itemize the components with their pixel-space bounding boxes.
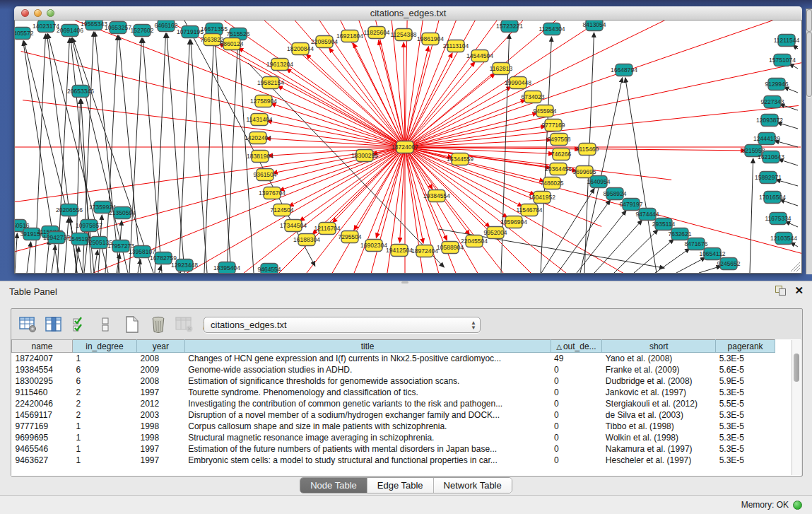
citation-edge[interactable] bbox=[558, 200, 611, 273]
table-cell[interactable]: Corpus callosum shape and size in male p… bbox=[184, 421, 551, 432]
network-node[interactable]: 14023174 bbox=[33, 21, 59, 33]
network-node[interactable]: 16648794 bbox=[611, 64, 637, 76]
table-cell[interactable]: 2 bbox=[72, 409, 136, 421]
network-node[interactable]: 7632621 bbox=[668, 228, 691, 240]
citation-edge[interactable] bbox=[15, 233, 17, 273]
table-cell[interactable]: Estimation of the future numbers of pati… bbox=[184, 443, 551, 455]
citation-edge[interactable] bbox=[286, 69, 405, 147]
network-node[interactable]: 10653257 bbox=[105, 22, 131, 34]
network-node[interactable]: 2935114 bbox=[652, 218, 676, 230]
table-row[interactable]: 911546021997Tourette syndrome. Phenomeno… bbox=[12, 387, 801, 398]
network-node[interactable]: 20691406 bbox=[57, 25, 83, 37]
citation-edge[interactable] bbox=[180, 272, 181, 273]
table-cell[interactable]: 5.3E-5 bbox=[716, 432, 775, 443]
tab-node-table[interactable]: Node Table bbox=[300, 478, 367, 493]
table-cell[interactable]: 0 bbox=[551, 398, 602, 409]
table-cell[interactable]: Changes of HCN gene expression and I(f) … bbox=[184, 353, 551, 365]
table-cell[interactable]: 14569117 bbox=[12, 409, 73, 421]
table-cell[interactable]: 9699695 bbox=[12, 432, 73, 443]
network-node[interactable]: 19861904 bbox=[417, 33, 444, 45]
table-cell[interactable]: 1998 bbox=[136, 421, 184, 432]
network-node[interactable]: 10975857 bbox=[76, 220, 102, 232]
network-node[interactable]: 19565343 bbox=[81, 21, 107, 30]
float-panel-icon[interactable] bbox=[775, 286, 786, 296]
citation-edge[interactable] bbox=[76, 99, 81, 273]
table-cell[interactable]: Hescheler et al. (1997) bbox=[602, 455, 716, 466]
table-cell[interactable]: 9463627 bbox=[12, 455, 73, 466]
table-cell[interactable]: Genome-wide association studies in ADHD. bbox=[184, 364, 551, 375]
citation-edge[interactable] bbox=[750, 158, 753, 273]
table-cell[interactable]: Embryonic stem cells: a model to study s… bbox=[184, 455, 551, 466]
table-cell[interactable]: 1997 bbox=[136, 443, 184, 455]
network-node[interactable]: 20653346 bbox=[67, 86, 94, 98]
window-titlebar[interactable]: citations_edges.txt bbox=[14, 6, 802, 21]
table-cell[interactable]: Estimation of significance thresholds fo… bbox=[184, 375, 551, 387]
network-node[interactable]: 10719195 bbox=[177, 26, 204, 38]
table-cell[interactable]: 6 bbox=[72, 375, 136, 387]
tab-network-table[interactable]: Network Table bbox=[433, 478, 512, 493]
table-row[interactable]: 1830029562008Estimation of significance … bbox=[12, 375, 801, 387]
deselect-all-icon[interactable] bbox=[97, 315, 115, 334]
network-node[interactable]: 12093872 bbox=[756, 115, 783, 127]
network-node[interactable]: 12942737 bbox=[43, 232, 70, 244]
table-cell[interactable]: 1997 bbox=[136, 387, 184, 398]
column-header-short[interactable]: short bbox=[602, 340, 716, 353]
scrollbar-thumb[interactable] bbox=[794, 354, 799, 382]
network-node[interactable]: 1527602 bbox=[130, 25, 153, 37]
network-node[interactable]: 20364456 bbox=[545, 163, 572, 175]
network-node[interactable]: 15723221 bbox=[496, 21, 523, 33]
citation-edge[interactable] bbox=[625, 78, 657, 273]
table-cell[interactable]: 5.3E-5 bbox=[716, 421, 775, 432]
network-node[interactable]: 9777169 bbox=[541, 119, 565, 132]
citation-edge[interactable] bbox=[266, 139, 405, 147]
network-node[interactable]: 16188304 bbox=[293, 234, 320, 246]
network-node[interactable]: 14202404 bbox=[245, 132, 271, 144]
network-node[interactable]: 21113104 bbox=[443, 40, 469, 52]
table-cell[interactable]: 5.3E-5 bbox=[716, 353, 775, 365]
table-scrollbar[interactable] bbox=[792, 340, 801, 475]
column-header-name[interactable]: name bbox=[12, 340, 73, 353]
network-node[interactable]: 12758904 bbox=[250, 95, 277, 107]
table-cell[interactable]: 1997 bbox=[136, 455, 184, 466]
table-cell[interactable]: 2012 bbox=[136, 398, 184, 409]
table-cell[interactable]: 18300295 bbox=[12, 375, 73, 387]
citation-edge[interactable] bbox=[167, 33, 184, 273]
network-node[interactable]: 9245652 bbox=[717, 258, 740, 270]
network-node[interactable]: 11211544 bbox=[774, 35, 800, 47]
table-row[interactable]: 1872400712008Changes of HCN gene express… bbox=[12, 353, 801, 365]
resize-grip-icon[interactable] bbox=[794, 265, 800, 271]
citation-edge[interactable] bbox=[655, 248, 690, 273]
citation-edge[interactable] bbox=[94, 250, 98, 273]
table-cell[interactable]: Franke et al. (2009) bbox=[602, 364, 716, 375]
network-node[interactable]: 7124504 bbox=[270, 204, 293, 216]
table-row[interactable]: 1456911722003Disruption of a novel membe… bbox=[12, 409, 801, 421]
citation-edge[interactable] bbox=[676, 257, 705, 273]
citation-edge[interactable] bbox=[27, 242, 31, 273]
table-cell[interactable]: 1 bbox=[72, 455, 136, 466]
citation-edge[interactable] bbox=[159, 266, 161, 273]
network-node[interactable]: 6479197 bbox=[619, 199, 642, 211]
column-header-pagerank[interactable]: pagerank bbox=[716, 340, 775, 353]
network-canvas[interactable]: 1872400718300295193845541534455924055721… bbox=[14, 21, 802, 274]
new-table-icon[interactable] bbox=[123, 315, 141, 334]
citation-edge[interactable] bbox=[405, 100, 526, 147]
network-node[interactable]: 14544504 bbox=[466, 50, 493, 62]
tab-edge-table[interactable]: Edge Table bbox=[367, 478, 433, 493]
table-cell[interactable]: Nakamura et al. (1997) bbox=[602, 443, 716, 455]
citation-edge[interactable] bbox=[129, 38, 141, 273]
citation-edge[interactable] bbox=[405, 140, 551, 147]
network-node[interactable]: 9464554 bbox=[257, 264, 281, 274]
network-node[interactable]: 11546784 bbox=[516, 204, 542, 216]
network-node[interactable]: 7295504 bbox=[338, 231, 361, 243]
network-node[interactable]: 1640954 bbox=[587, 176, 610, 188]
network-node[interactable]: 17016504 bbox=[759, 192, 786, 204]
table-cell[interactable]: 49 bbox=[551, 353, 602, 365]
network-node[interactable]: 9361504 bbox=[253, 169, 276, 181]
citation-edge[interactable] bbox=[594, 220, 642, 273]
network-node[interactable]: 18200844 bbox=[287, 43, 314, 55]
citation-edge[interactable] bbox=[785, 221, 798, 227]
table-cell[interactable]: 5.3E-5 bbox=[716, 443, 775, 455]
citation-edge[interactable] bbox=[179, 40, 189, 273]
network-node[interactable]: 9227343 bbox=[760, 96, 784, 108]
network-node[interactable]: 6734023 bbox=[521, 91, 544, 103]
